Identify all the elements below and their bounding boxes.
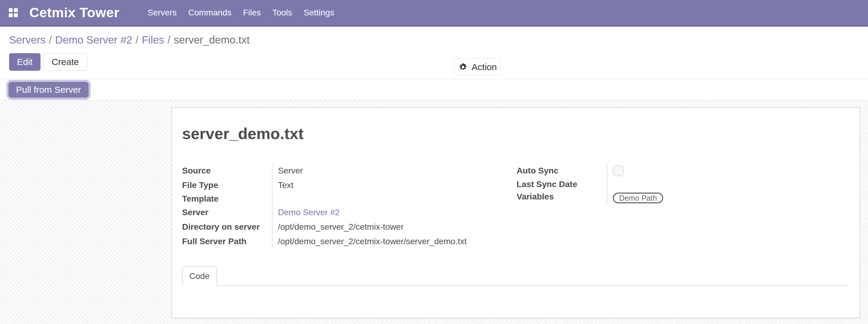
breadcrumb-servers[interactable]: Servers	[9, 34, 46, 46]
auto-sync-checkbox[interactable]	[613, 165, 624, 176]
field-label-directory: Directory on server	[182, 220, 273, 234]
server-record-link[interactable]: Demo Server #2	[278, 208, 340, 217]
apps-grid-dot	[9, 8, 13, 12]
breadcrumb-demo-server[interactable]: Demo Server #2	[55, 34, 132, 46]
app-brand[interactable]: Cetmix Tower	[29, 5, 120, 21]
field-group-left: Source Server File Type Text Template Se…	[182, 163, 517, 249]
field-value-directory: /opt/demo_server_2/cetmix-tower	[273, 220, 517, 234]
field-groups: Source Server File Type Text Template Se…	[182, 163, 849, 249]
form-view-background: server_demo.txt Source Server File Type …	[0, 100, 868, 324]
notebook-tabs: Code	[182, 266, 849, 286]
field-label-variables: Variables	[517, 191, 607, 205]
field-value-variables: Demo Path	[607, 191, 849, 205]
apps-grid-dot	[14, 8, 18, 12]
tab-code[interactable]: Code	[182, 266, 217, 286]
apps-menu-icon[interactable]	[9, 8, 18, 17]
create-button[interactable]: Create	[43, 53, 87, 71]
action-button-label: Action	[471, 62, 497, 72]
form-statusbar: Pull from Server	[0, 79, 868, 100]
breadcrumb-files[interactable]: Files	[142, 34, 164, 46]
control-panel-buttons: Edit Create	[9, 53, 868, 71]
menu-tools[interactable]: Tools	[267, 0, 298, 25]
field-value-full-path: /opt/demo_server_2/cetmix-tower/server_d…	[273, 234, 517, 249]
field-value-template	[273, 193, 517, 205]
menu-files[interactable]: Files	[237, 0, 267, 25]
top-navbar: Cetmix Tower Servers Commands Files Tool…	[0, 0, 868, 27]
menu-settings[interactable]: Settings	[298, 0, 340, 25]
field-value-server: Demo Server #2	[273, 205, 517, 220]
field-value-source: Server	[273, 163, 517, 178]
breadcrumb-separator: /	[46, 34, 55, 46]
field-label-source: Source	[182, 163, 273, 178]
field-value-auto-sync	[607, 163, 849, 178]
notebook: Code	[182, 266, 849, 286]
field-value-last-sync-date	[607, 178, 849, 191]
variable-tag: Demo Path	[613, 193, 663, 203]
action-menu-group: Action	[454, 58, 501, 75]
menu-servers[interactable]: Servers	[142, 0, 182, 25]
breadcrumb: Servers/Demo Server #2/Files/server_demo…	[9, 33, 868, 46]
apps-grid-dot	[14, 13, 18, 17]
field-value-file-type: Text	[273, 178, 517, 193]
edit-button[interactable]: Edit	[9, 53, 40, 71]
field-label-last-sync-date: Last Sync Date	[517, 178, 607, 191]
breadcrumb-separator: /	[132, 34, 142, 46]
field-label-auto-sync: Auto Sync	[517, 163, 607, 178]
field-group-right: Auto Sync Last Sync Date Variables Demo …	[517, 163, 849, 249]
control-panel: Servers/Demo Server #2/Files/server_demo…	[0, 27, 868, 79]
main-menu: Servers Commands Files Tools Settings	[142, 0, 340, 25]
field-label-file-type: File Type	[182, 178, 273, 193]
field-label-server: Server	[182, 205, 273, 220]
field-label-full-path: Full Server Path	[182, 234, 273, 249]
record-title: server_demo.txt	[182, 125, 849, 142]
action-button[interactable]: Action	[454, 58, 501, 75]
menu-commands[interactable]: Commands	[182, 0, 237, 25]
pull-from-server-button[interactable]: Pull from Server	[8, 82, 89, 98]
field-label-template: Template	[182, 193, 273, 205]
gear-icon	[458, 62, 468, 72]
form-sheet: server_demo.txt Source Server File Type …	[172, 107, 860, 318]
breadcrumb-current: server_demo.txt	[174, 34, 250, 46]
apps-grid-dot	[9, 13, 13, 17]
breadcrumb-separator: /	[164, 34, 174, 46]
